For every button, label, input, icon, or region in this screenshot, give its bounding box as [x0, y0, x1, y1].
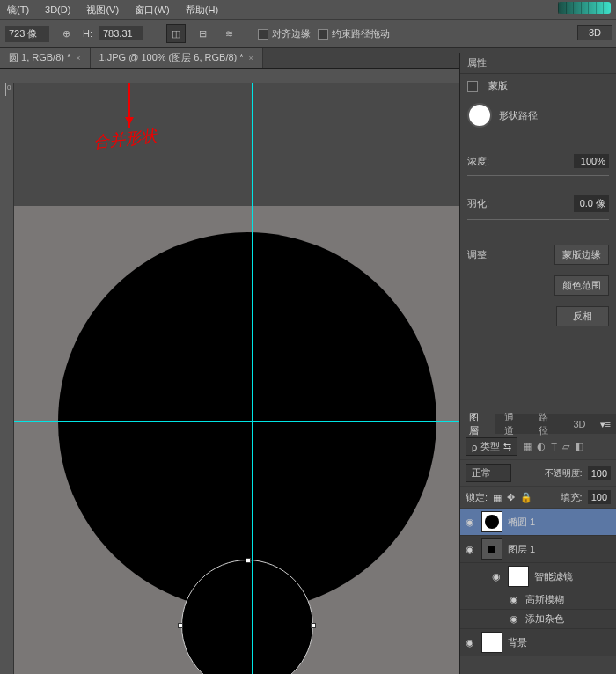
- canvas[interactable]: 合并形状: [14, 83, 459, 674]
- pathop-arrange-icon[interactable]: ≋: [219, 24, 238, 43]
- gpu-badge: [558, 2, 611, 14]
- visibility-icon[interactable]: ◉: [464, 637, 476, 648]
- opacity-label: 不透明度:: [545, 467, 583, 480]
- layer-row[interactable]: ◉智能滤镜: [460, 563, 616, 590]
- blend-mode-dropdown[interactable]: 正常: [466, 464, 511, 482]
- density-input[interactable]: 100%: [574, 154, 609, 168]
- layer-name: 智能滤镜: [534, 570, 573, 583]
- close-icon[interactable]: ×: [76, 54, 80, 62]
- layer-row[interactable]: ◉背景: [460, 629, 616, 656]
- layer-row[interactable]: ◉添加杂色: [460, 610, 616, 629]
- annotation-text: 合并形状: [92, 125, 158, 152]
- mask-thumb-icon[interactable]: [467, 103, 492, 128]
- layer-name: 背景: [508, 636, 527, 649]
- layer-thumb[interactable]: [481, 632, 502, 653]
- opacity-input[interactable]: 100: [588, 466, 611, 480]
- mask-label: 蒙版: [488, 79, 508, 92]
- lock-position-icon[interactable]: ✥: [507, 492, 515, 503]
- filter-shape-icon[interactable]: ▱: [562, 441, 569, 452]
- density-label: 浓度:: [467, 155, 489, 168]
- options-bar: 723 像 ⊕ H: 783.31 ◫ ⊟ ≋ 对齐边缘 约束路径拖动: [0, 19, 616, 48]
- tab-layers[interactable]: 图層: [460, 408, 495, 440]
- layer-name: 添加杂色: [525, 612, 564, 626]
- guide-horizontal[interactable]: [14, 421, 459, 422]
- layers-tabs: 图層 通道 路径 3D ▾≡: [460, 414, 616, 434]
- layer-thumb[interactable]: [481, 511, 502, 532]
- feather-label: 羽化:: [467, 197, 489, 210]
- color-range-button[interactable]: 颜色范围: [554, 275, 609, 296]
- anchor-handle[interactable]: [246, 558, 251, 563]
- doc-tab[interactable]: 1.JPG @ 100% (图层 6, RGB/8) *×: [91, 48, 263, 68]
- tab-channels[interactable]: 通道: [495, 408, 531, 440]
- annotation-arrow: [128, 83, 130, 128]
- filter-smart-icon[interactable]: ◧: [575, 441, 583, 452]
- 3d-button[interactable]: 3D: [577, 25, 612, 40]
- visibility-icon[interactable]: ◉: [490, 571, 502, 582]
- layer-row[interactable]: ◉图层 1: [460, 536, 616, 563]
- visibility-icon[interactable]: ◉: [508, 613, 520, 625]
- layer-name: 椭圆 1: [508, 516, 535, 529]
- fill-input[interactable]: 100: [588, 490, 611, 504]
- guide-vertical[interactable]: [252, 83, 253, 674]
- align-edges-checkbox[interactable]: 对齐边缘: [258, 27, 311, 40]
- close-icon[interactable]: ×: [249, 54, 253, 62]
- layer-row[interactable]: ◉高斯模糊: [460, 590, 616, 610]
- filter-type-dropdown[interactable]: ρ 类型 ⇆: [466, 437, 517, 456]
- workspace: 050100150200250300350400450500 合并形状: [0, 83, 459, 674]
- properties-title: 属性: [460, 53, 616, 74]
- layer-thumb[interactable]: [508, 566, 529, 587]
- pathop-align-icon[interactable]: ⊟: [193, 24, 212, 43]
- filter-adjust-icon[interactable]: ◐: [537, 441, 546, 452]
- menu-item[interactable]: 窗口(W): [135, 4, 170, 17]
- menubar: 镜(T) 3D(D) 视图(V) 窗口(W) 帮助(H): [0, 0, 616, 19]
- ruler-vertical[interactable]: [0, 83, 14, 674]
- visibility-icon[interactable]: ◉: [464, 516, 476, 528]
- layers-list: ◉椭圆 1◉图层 1◉智能滤镜◉高斯模糊◉添加杂色◉背景: [460, 509, 616, 656]
- tab-paths[interactable]: 路径: [530, 408, 565, 440]
- menu-item[interactable]: 视图(V): [86, 4, 119, 17]
- feather-input[interactable]: 0.0 像: [574, 195, 609, 212]
- h-label: H:: [83, 28, 92, 39]
- layer-thumb[interactable]: [481, 538, 502, 560]
- menu-item[interactable]: 3D(D): [45, 4, 70, 15]
- lock-all-icon[interactable]: 🔒: [520, 492, 532, 503]
- menu-item[interactable]: 镜(T): [7, 4, 29, 17]
- link-icon[interactable]: ⊕: [56, 24, 76, 43]
- height-input[interactable]: 783.31: [99, 26, 143, 40]
- width-input[interactable]: 723 像: [5, 26, 49, 42]
- visibility-icon[interactable]: ◉: [464, 544, 476, 555]
- panels-right: 属性 蒙版 形状路径 浓度:100% 羽化:0.0 像 调整:蒙版边缘 颜色范围…: [459, 53, 616, 674]
- filter-pixel-icon[interactable]: ▦: [523, 441, 532, 452]
- lock-pixels-icon[interactable]: ▦: [493, 492, 502, 503]
- pathop-combine-icon[interactable]: ◫: [166, 24, 186, 43]
- adjust-label: 调整:: [467, 248, 489, 261]
- doc-tab[interactable]: 圆 1, RGB/8) *×: [0, 48, 91, 68]
- visibility-icon[interactable]: ◉: [508, 594, 520, 605]
- fill-label: 填充:: [561, 491, 583, 504]
- constrain-checkbox[interactable]: 约束路径拖动: [318, 27, 390, 40]
- anchor-handle[interactable]: [178, 623, 183, 628]
- layers-panel: 图層 通道 路径 3D ▾≡ ρ 类型 ⇆ ▦ ◐ T ▱ ◧ 正常 不透明度:…: [460, 414, 616, 674]
- invert-button[interactable]: 反相: [556, 306, 609, 326]
- tab-3d[interactable]: 3D: [565, 416, 595, 432]
- mask-toggle[interactable]: [467, 81, 478, 92]
- shape-path-label: 形状路径: [499, 109, 538, 122]
- lock-label: 锁定:: [466, 491, 488, 504]
- menu-item[interactable]: 帮助(H): [186, 4, 218, 17]
- layer-name: 图层 1: [508, 543, 535, 556]
- mask-edge-button[interactable]: 蒙版边缘: [554, 245, 609, 265]
- anchor-handle[interactable]: [311, 623, 316, 628]
- panel-menu-icon[interactable]: ▾≡: [595, 419, 616, 430]
- layer-name: 高斯模糊: [525, 593, 564, 606]
- filter-text-icon[interactable]: T: [551, 442, 557, 452]
- layer-row[interactable]: ◉椭圆 1: [460, 509, 616, 536]
